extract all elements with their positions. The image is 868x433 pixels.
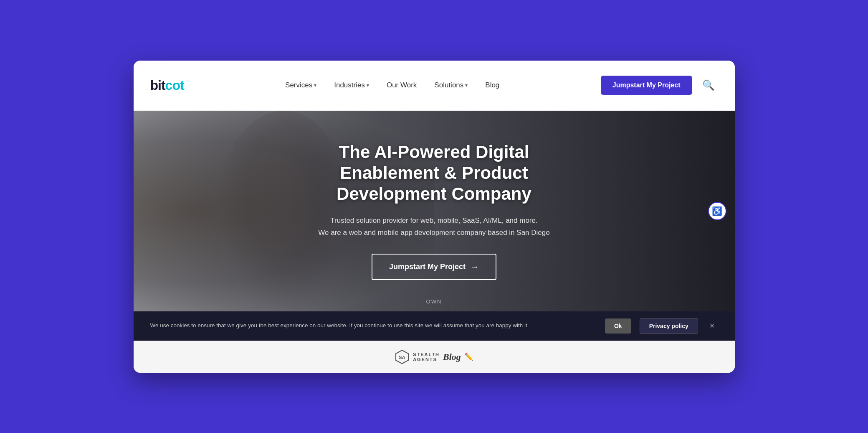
hero-subtitle-line1: Trusted solution provider for web, mobil… xyxy=(330,216,537,224)
nav-blog[interactable]: Blog xyxy=(478,78,506,93)
nav-services[interactable]: Services ▾ xyxy=(278,78,323,93)
pen-icon: ✏️ xyxy=(464,352,473,362)
navbar: bitcot Services ▾ Industries ▾ Our Work … xyxy=(134,61,735,111)
nav-industries[interactable]: Industries ▾ xyxy=(327,78,376,93)
logo-cot: cot xyxy=(165,78,184,93)
hero-content: The AI-Powered Digital Enablement & Prod… xyxy=(288,142,580,280)
stealth-agents-label: STEALTHAGENTS xyxy=(413,352,440,362)
solutions-label: Solutions xyxy=(434,81,463,89)
search-icon: 🔍 xyxy=(702,79,715,91)
our-work-label: Our Work xyxy=(387,81,417,89)
hero-cta-button[interactable]: Jumpstart My Project → xyxy=(372,254,496,280)
hero-section: The AI-Powered Digital Enablement & Prod… xyxy=(134,111,735,311)
industries-label: Industries xyxy=(334,81,365,89)
blog-label: Blog xyxy=(485,81,499,89)
nav-jumpstart-button[interactable]: Jumpstart My Project xyxy=(601,76,692,95)
svg-text:SA: SA xyxy=(399,355,405,360)
logo-bit: bit xyxy=(150,78,165,93)
solutions-chevron-icon: ▾ xyxy=(465,82,468,88)
cookie-ok-button[interactable]: Ok xyxy=(605,318,631,334)
cookie-banner: We use cookies to ensure that we give yo… xyxy=(134,311,735,341)
hero-subtitle: Trusted solution provider for web, mobil… xyxy=(296,215,572,239)
hero-title: The AI-Powered Digital Enablement & Prod… xyxy=(296,142,572,205)
nav-our-work[interactable]: Our Work xyxy=(380,78,423,93)
nav-solutions[interactable]: Solutions ▾ xyxy=(428,78,474,93)
hero-scroll-hint: OWN xyxy=(426,298,442,305)
accessibility-button[interactable]: ♿ xyxy=(708,202,726,220)
logo[interactable]: bitcot xyxy=(150,78,184,93)
cookie-message: We use cookies to ensure that we give yo… xyxy=(150,321,597,330)
accessibility-icon: ♿ xyxy=(712,206,722,216)
footer-area: SA STEALTHAGENTS Blog ✏️ xyxy=(134,341,735,373)
stealth-text-group: STEALTHAGENTS xyxy=(413,352,440,362)
search-button[interactable]: 🔍 xyxy=(699,76,718,94)
industries-chevron-icon: ▾ xyxy=(367,82,369,88)
cookie-policy-button[interactable]: Privacy policy xyxy=(640,318,698,334)
stealth-agents-logo[interactable]: SA STEALTHAGENTS Blog ✏️ xyxy=(395,349,473,364)
nav-links: Services ▾ Industries ▾ Our Work Solutio… xyxy=(184,78,601,93)
nav-right: Jumpstart My Project 🔍 xyxy=(601,76,718,95)
hero-cta-arrow-icon: → xyxy=(471,262,479,272)
hero-cta-label: Jumpstart My Project xyxy=(389,262,466,271)
stealth-blog-label: Blog xyxy=(443,351,461,362)
scroll-text: OWN xyxy=(426,298,442,305)
cookie-close-button[interactable]: × xyxy=(706,319,718,332)
browser-window: bitcot Services ▾ Industries ▾ Our Work … xyxy=(134,61,735,373)
services-chevron-icon: ▾ xyxy=(314,82,316,88)
hero-subtitle-line2: We are a web and mobile app development … xyxy=(318,229,549,237)
stealth-hexagon-icon: SA xyxy=(395,349,410,364)
services-label: Services xyxy=(285,81,312,89)
